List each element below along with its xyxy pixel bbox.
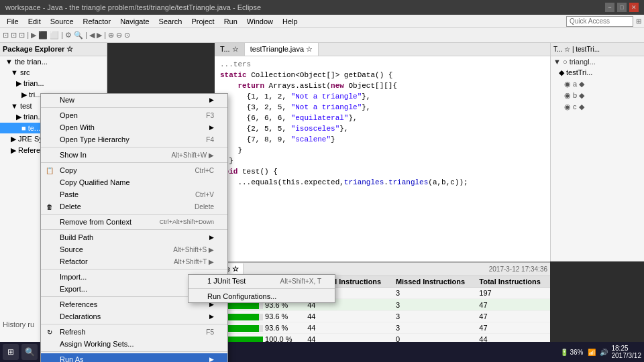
network-icon: 📶 [588, 349, 596, 356]
tree-item[interactable]: ▼ src [0, 67, 107, 78]
battery-indicator: 🔋 36% [560, 349, 584, 356]
history-label: History ru [3, 320, 34, 328]
maximize-button[interactable]: □ [617, 3, 627, 12]
ctx-separator [41, 107, 227, 108]
menu-search[interactable]: Search [155, 16, 186, 27]
code-line: void test() { [220, 166, 545, 177]
run-as-submenu: 1 JUnit Test Alt+Shift+X, T Run Configur… [188, 274, 335, 303]
ctx-separator [41, 269, 227, 269]
ctx-declarations[interactable]: Declarations ▶ [41, 310, 227, 322]
ctx-source[interactable]: Source Alt+Shift+S ▶ [41, 243, 227, 255]
outline-item[interactable]: ◉ a ◆ [551, 78, 644, 90]
quick-access-input[interactable] [566, 16, 633, 27]
code-line: } [220, 145, 545, 156]
code-line: } [220, 156, 545, 166]
menu-file[interactable]: File [3, 16, 23, 27]
taskbar-right: 🔋 36% 📶 🔊 18:25 2017/3/12 [560, 345, 641, 359]
minimize-button[interactable]: − [605, 3, 614, 12]
code-line: {2, 5, 5, "isosceles"}, [220, 123, 545, 134]
ctx-copy[interactable]: 📋 Copy Ctrl+C [41, 164, 227, 176]
ctx-new[interactable]: New ▶ [41, 94, 227, 106]
package-explorer-header: Package Explorer ☆ [0, 43, 107, 56]
ctx-separator [41, 324, 227, 324]
ctx-separator [41, 147, 227, 147]
col-missed: Missed Instructions [392, 276, 475, 288]
ctx-separator [41, 351, 227, 352]
title-text: workspace - Java - the triangle problem/… [5, 3, 261, 11]
window-controls: − □ ✕ [605, 3, 639, 12]
outline-item[interactable]: ◉ b ◆ [551, 90, 644, 101]
menu-window[interactable]: Window [243, 16, 277, 27]
editor-tabs: T... ☆ testTriangle.java ☆ [215, 43, 550, 56]
ctx-show-in[interactable]: Show In Alt+Shift+W ▶ [41, 149, 227, 161]
ctx-open-with[interactable]: Open With ▶ [41, 121, 227, 133]
volume-icon: 🔊 [600, 349, 608, 356]
ctx-open-type-hierarchy[interactable]: Open Type Hierarchy F4 [41, 133, 227, 145]
tree-item[interactable]: ▼ the trian... [0, 56, 107, 67]
main-area: Package Explorer ☆ ▼ the trian... ▼ src … [0, 43, 644, 349]
menu-navigate[interactable]: Navigate [116, 16, 153, 27]
ctx-copy-qualified[interactable]: Copy Qualified Name [41, 176, 227, 188]
right-panel-header: T... ☆ | testTri... [551, 43, 644, 56]
right-panel: T... ☆ | testTri... ▼ ○ triangl... ◆ tes… [550, 43, 644, 261]
ctx-separator [41, 162, 227, 163]
code-line: {3, 2, 5, "Not a triangle"}, [220, 102, 545, 113]
editor-area: T... ☆ testTriangle.java ☆ ...ters stati… [215, 43, 550, 261]
menu-bar: File Edit Source Refactor Navigate Searc… [0, 15, 644, 28]
run-configurations[interactable]: Run Configurations... [189, 290, 335, 302]
code-line: {6, 6, 6, "equilateral"}, [220, 113, 545, 123]
ctx-refresh[interactable]: ↻ Refresh F5 [41, 326, 227, 338]
clock: 18:25 2017/3/12 [612, 345, 642, 359]
menu-edit[interactable]: Edit [24, 16, 45, 27]
run-as-junit[interactable]: 1 JUnit Test Alt+Shift+X, T [189, 275, 335, 287]
refresh-icon: ↻ [45, 327, 54, 337]
package-explorer-title: Package Explorer ☆ [3, 45, 73, 54]
ctx-refactor[interactable]: Refactor Alt+Shift+T ▶ [41, 255, 227, 267]
title-bar: workspace - Java - the triangle problem/… [0, 0, 644, 15]
ctx-delete[interactable]: 🗑 Delete Delete [41, 200, 227, 213]
ctx-assign-working-sets[interactable]: Assign Working Sets... [41, 338, 227, 350]
ctx-open[interactable]: Open F3 [41, 109, 227, 121]
start-button[interactable]: ⊞ [3, 344, 19, 360]
tab-test-triangle[interactable]: testTriangle.java ☆ [245, 43, 319, 56]
outline-item[interactable]: ◆ testTri... [551, 67, 644, 78]
code-line: return Arrays.asList(new Object[][]{ [220, 80, 545, 91]
ctx-run-as[interactable]: Run As ▶ [41, 353, 227, 362]
menu-run[interactable]: Run [220, 16, 241, 27]
close-button[interactable]: ✕ [629, 3, 639, 12]
ctx-build-path[interactable]: Build Path ▶ [41, 231, 227, 243]
tree-item[interactable]: ▶ trian... [0, 78, 107, 89]
code-line: static Collection<Object[]> getData() { [220, 70, 545, 80]
code-line: ...ters [220, 59, 545, 70]
tab-triangles[interactable]: T... ☆ [215, 43, 245, 56]
code-line: {7, 8, 9, "scalene"} [220, 134, 545, 145]
code-area: ...ters static Collection<Object[]> getD… [215, 56, 550, 257]
delete-icon: 🗑 [45, 202, 54, 211]
menu-project[interactable]: Project [187, 16, 218, 27]
ctx-remove-from-context[interactable]: Remove from Context Ctrl+Alt+Shift+Down [41, 216, 227, 228]
sub-separator [189, 288, 335, 289]
ctx-separator [41, 214, 227, 215]
ctx-separator [41, 229, 227, 230]
perspective-icon: ⊞ [636, 17, 641, 25]
menu-help[interactable]: Help [278, 16, 302, 27]
right-panel-title: T... ☆ | testTri... [553, 46, 600, 53]
col-total: Total Instructions [475, 276, 550, 288]
taskbar-search[interactable]: 🔍 [21, 344, 38, 360]
outline-item[interactable]: ◉ c ◆ [551, 101, 644, 113]
menu-source[interactable]: Source [46, 16, 78, 27]
code-line: {1, 1, 2, "Not a triangle"}, [220, 91, 545, 102]
context-menu: New ▶ Open F3 Open With ▶ Open Type Hier… [40, 93, 228, 362]
copy-icon: 📋 [45, 166, 54, 175]
toolbar: ⊡ ⊡ ⊡ | ▶ ⬛ ⬜ | ⚙ 🔍 | ◀ ▶ | ⊕ ⊖ ⊙ [0, 28, 644, 43]
outline-item[interactable]: ▼ ○ triangl... [551, 56, 644, 67]
coverage-timestamp: 2017-3-12 17:34:36 [489, 265, 547, 273]
code-line: ...equals(this.expected,triangles.triang… [220, 177, 545, 188]
ctx-paste[interactable]: Paste Ctrl+V [41, 188, 227, 200]
menu-refactor[interactable]: Refactor [79, 16, 115, 27]
